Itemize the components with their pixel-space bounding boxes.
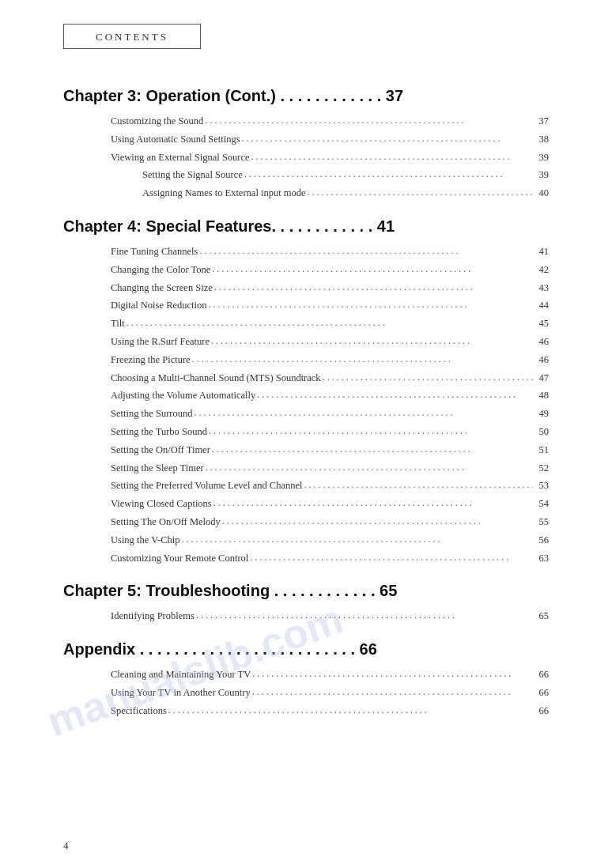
entry-page: 56 — [533, 532, 549, 550]
entry-page: 44 — [533, 297, 549, 315]
toc-entry: Assigning Names to External input mode .… — [63, 185, 549, 203]
chapter-heading-chapter5: Chapter 5: Troubleshooting . . . . . . .… — [63, 582, 549, 600]
entry-text: Viewing Closed Captions — [111, 496, 212, 514]
entry-dots: . . . . . . . . . . . . . . . . . . . . … — [210, 442, 533, 458]
entry-dots: . . . . . . . . . . . . . . . . . . . . … — [243, 167, 533, 183]
entry-page: 46 — [533, 352, 549, 370]
entry-page: 48 — [533, 387, 549, 406]
entry-page: 63 — [533, 550, 549, 568]
entry-dots: . . . . . . . . . . . . . . . . . . . . … — [203, 113, 533, 129]
toc-entry: Customizing the Sound . . . . . . . . . … — [63, 113, 549, 131]
entry-page: 65 — [533, 608, 549, 626]
entry-page: 55 — [533, 514, 549, 532]
chapter-section-chapter3: Chapter 3: Operation (Cont.) . . . . . .… — [63, 87, 549, 203]
entry-dots: . . . . . . . . . . . . . . . . . . . . … — [251, 685, 533, 700]
entry-dots: . . . . . . . . . . . . . . . . . . . . … — [213, 280, 533, 296]
page: Contents Chapter 3: Operation (Cont.) . … — [0, 0, 612, 868]
toc-entry: Using the R.Surf Feature . . . . . . . .… — [63, 334, 549, 352]
entry-text: Setting the Signal Source — [142, 167, 243, 185]
entry-dots: . . . . . . . . . . . . . . . . . . . . … — [207, 424, 533, 440]
toc-entry: Setting the Turbo Sound . . . . . . . . … — [63, 424, 549, 442]
toc-entry: Changing the Color Tone . . . . . . . . … — [63, 262, 549, 280]
entry-page: 54 — [533, 496, 549, 514]
page-number: 4 — [63, 840, 69, 852]
toc-entry: Tilt . . . . . . . . . . . . . . . . . .… — [63, 315, 549, 334]
entry-dots: . . . . . . . . . . . . . . . . . . . . … — [248, 550, 533, 566]
chapter-heading-chapter3: Chapter 3: Operation (Cont.) . . . . . .… — [63, 87, 549, 105]
entry-page: 47 — [533, 370, 549, 388]
entry-dots: . . . . . . . . . . . . . . . . . . . . … — [250, 149, 533, 165]
entry-dots: . . . . . . . . . . . . . . . . . . . . … — [255, 387, 533, 403]
entry-dots: . . . . . . . . . . . . . . . . . . . . … — [212, 496, 533, 511]
entry-text: Viewing an External Signal Source — [111, 149, 250, 168]
entry-page: 46 — [533, 334, 549, 352]
entry-page: 42 — [533, 262, 549, 280]
entry-dots: . . . . . . . . . . . . . . . . . . . . … — [210, 334, 533, 349]
entry-text: Tilt — [111, 315, 125, 334]
entry-dots: . . . . . . . . . . . . . . . . . . . . … — [221, 514, 533, 530]
entry-dots: . . . . . . . . . . . . . . . . . . . . … — [240, 131, 533, 147]
entry-page: 49 — [533, 406, 549, 424]
entry-dots: . . . . . . . . . . . . . . . . . . . . … — [207, 297, 533, 313]
toc-entries-appendix: Cleaning and Maintaining Your TV . . . .… — [63, 666, 549, 720]
entry-text: Customizing Your Remote Control — [111, 550, 248, 568]
entry-page: 39 — [533, 149, 549, 168]
entry-text: Changing the Color Tone — [111, 262, 210, 280]
header-title: Contents — [96, 31, 168, 43]
toc-entry: Identifying Problems . . . . . . . . . .… — [63, 608, 549, 626]
entry-text: Assigning Names to External input mode — [142, 185, 306, 203]
entry-text: Using the R.Surf Feature — [111, 334, 210, 352]
entry-page: 66 — [533, 666, 549, 685]
toc-entry: Using Automatic Sound Settings . . . . .… — [63, 131, 549, 149]
toc-entry: Digital Noise Reduction . . . . . . . . … — [63, 297, 549, 315]
toc-entry: Changing the Screen Size . . . . . . . .… — [63, 280, 549, 298]
chapter-section-chapter5: Chapter 5: Troubleshooting . . . . . . .… — [63, 582, 549, 626]
entry-page: 37 — [533, 113, 549, 131]
entry-text: Choosing a Multi-Channel Sound (MTS) Sou… — [111, 370, 321, 388]
entry-text: Setting the Preferred Volume Level and C… — [111, 477, 303, 496]
entry-page: 40 — [533, 185, 549, 203]
entry-dots: . . . . . . . . . . . . . . . . . . . . … — [125, 315, 533, 331]
toc-entry: Freezing the Picture . . . . . . . . . .… — [63, 352, 549, 370]
toc-entry: Cleaning and Maintaining Your TV . . . .… — [63, 666, 549, 685]
entry-text: Cleaning and Maintaining Your TV — [111, 666, 251, 685]
entry-text: Freezing the Picture — [111, 352, 191, 370]
entry-dots: . . . . . . . . . . . . . . . . . . . . … — [191, 352, 533, 368]
toc-entry: Specifications . . . . . . . . . . . . .… — [63, 703, 549, 721]
entry-text: Setting the Surround — [111, 406, 192, 424]
entry-dots: . . . . . . . . . . . . . . . . . . . . … — [321, 370, 533, 386]
toc-entry: Choosing a Multi-Channel Sound (MTS) Sou… — [63, 370, 549, 388]
entry-page: 41 — [533, 243, 549, 262]
toc-container: Chapter 3: Operation (Cont.) . . . . . .… — [63, 87, 549, 721]
entry-page: 45 — [533, 315, 549, 334]
toc-entries-chapter4: Fine Tuning Channels . . . . . . . . . .… — [63, 243, 549, 568]
entry-text: Using Automatic Sound Settings — [111, 131, 240, 149]
toc-entry: Using the V-Chip . . . . . . . . . . . .… — [63, 532, 549, 550]
entry-text: Customizing the Sound — [111, 113, 203, 131]
entry-page: 43 — [533, 280, 549, 298]
entry-page: 39 — [533, 167, 549, 185]
entry-text: Fine Tuning Channels — [111, 243, 198, 262]
entry-dots: . . . . . . . . . . . . . . . . . . . . … — [180, 532, 533, 548]
toc-entry: Setting the Signal Source . . . . . . . … — [63, 167, 549, 185]
toc-entry: Setting the Surround . . . . . . . . . .… — [63, 406, 549, 424]
entry-text: Setting The On/Off Melody — [111, 514, 221, 532]
entry-text: Adjusting the Volume Automatically — [111, 387, 255, 406]
entry-dots: . . . . . . . . . . . . . . . . . . . . … — [204, 460, 533, 476]
entry-text: Setting the Turbo Sound — [111, 424, 207, 442]
entry-dots: . . . . . . . . . . . . . . . . . . . . … — [195, 608, 533, 624]
toc-entry: Setting the On/Off Timer . . . . . . . .… — [63, 442, 549, 460]
entry-dots: . . . . . . . . . . . . . . . . . . . . … — [198, 243, 533, 259]
toc-entry: Using Your TV in Another Country . . . .… — [63, 685, 549, 703]
entry-dots: . . . . . . . . . . . . . . . . . . . . … — [192, 406, 533, 421]
entry-dots: . . . . . . . . . . . . . . . . . . . . … — [210, 262, 533, 277]
entry-text: Using Your TV in Another Country — [111, 685, 251, 703]
toc-entries-chapter5: Identifying Problems . . . . . . . . . .… — [63, 608, 549, 626]
toc-entry: Setting The On/Off Melody . . . . . . . … — [63, 514, 549, 532]
entry-dots: . . . . . . . . . . . . . . . . . . . . … — [306, 185, 533, 201]
header-box: Contents — [63, 24, 201, 49]
toc-entry: Setting the Preferred Volume Level and C… — [63, 477, 549, 496]
entry-page: 38 — [533, 131, 549, 149]
entry-page: 53 — [533, 477, 549, 496]
entry-text: Specifications — [111, 703, 167, 721]
